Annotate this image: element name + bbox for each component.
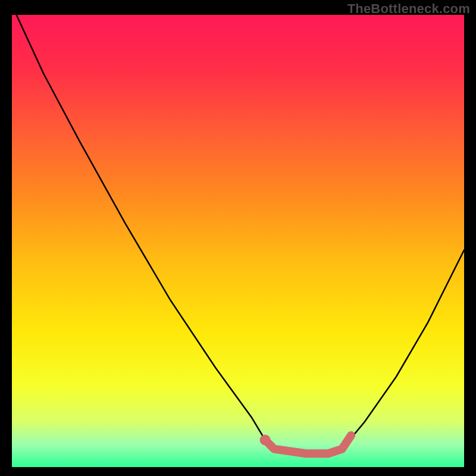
highlight-dot: [260, 434, 271, 445]
plot-svg: [12, 15, 464, 467]
plot-area: [12, 15, 464, 467]
chart-frame: TheBottleneck.com: [0, 0, 476, 476]
